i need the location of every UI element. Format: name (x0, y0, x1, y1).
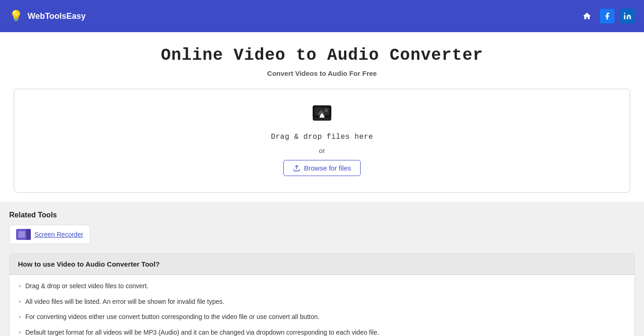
linkedin-icon[interactable] (620, 9, 635, 23)
page-title: Online Video to Audio Converter (9, 46, 635, 65)
howto-step-1-text: Drag & drop or select video files to con… (25, 282, 149, 291)
related-tools-section: Related Tools Screen Recorder (9, 211, 635, 244)
howto-list: › Drag & drop or select video files to c… (10, 275, 634, 336)
svg-rect-6 (320, 116, 325, 118)
svg-rect-12 (25, 236, 27, 238)
logo-icon: 💡 (9, 10, 23, 23)
page-subtitle: Convert Videos to Audio For Free (9, 69, 635, 77)
svg-rect-9 (18, 231, 25, 238)
drop-zone[interactable]: Drag & drop files here or Browse for fil… (14, 89, 630, 193)
svg-rect-10 (25, 231, 27, 233)
upload-icon (312, 103, 332, 127)
logo[interactable]: 💡 WebToolsEasy (9, 10, 86, 23)
screen-recorder-icon (16, 229, 31, 240)
howto-step-4: › Default target format for all videos w… (19, 328, 625, 336)
header: 💡 WebToolsEasy (0, 0, 644, 32)
howto-step-2: › All video files will be listed. An err… (19, 297, 625, 307)
howto-step-1: › Drag & drop or select video files to c… (19, 282, 625, 291)
browse-files-button[interactable]: Browse for files (283, 160, 361, 176)
page-background: Related Tools Screen Recorder How to use… (0, 202, 644, 336)
chevron-icon-4: › (19, 329, 21, 336)
header-nav (580, 9, 635, 23)
svg-rect-11 (25, 233, 27, 235)
main-content: Online Video to Audio Converter Convert … (0, 32, 644, 202)
chevron-icon-1: › (19, 282, 21, 290)
facebook-icon[interactable] (600, 9, 615, 23)
browse-upload-icon (293, 165, 300, 172)
howto-header: How to use Video to Audio Converter Tool… (10, 254, 634, 275)
browse-files-label: Browse for files (304, 164, 351, 172)
home-icon[interactable] (580, 9, 594, 23)
screen-recorder-tool[interactable]: Screen Recorder (9, 225, 90, 244)
howto-step-2-text: All video files will be listed. An error… (25, 297, 224, 307)
screen-recorder-label: Screen Recorder (34, 231, 83, 238)
howto-step-3: › For converting videos either use conve… (19, 313, 625, 322)
or-text: or (319, 147, 325, 154)
drag-drop-text: Drag & drop files here (271, 133, 373, 141)
svg-point-0 (624, 13, 626, 14)
chevron-icon-3: › (19, 313, 21, 321)
related-tools-title: Related Tools (9, 211, 635, 219)
howto-section: How to use Video to Audio Converter Tool… (9, 253, 635, 336)
howto-step-3-text: For converting videos either use convert… (25, 313, 320, 322)
howto-step-4-text: Default target format for all videos wil… (25, 328, 379, 336)
svg-point-5 (325, 109, 328, 112)
logo-text: WebToolsEasy (28, 11, 86, 21)
chevron-icon-2: › (19, 298, 21, 306)
